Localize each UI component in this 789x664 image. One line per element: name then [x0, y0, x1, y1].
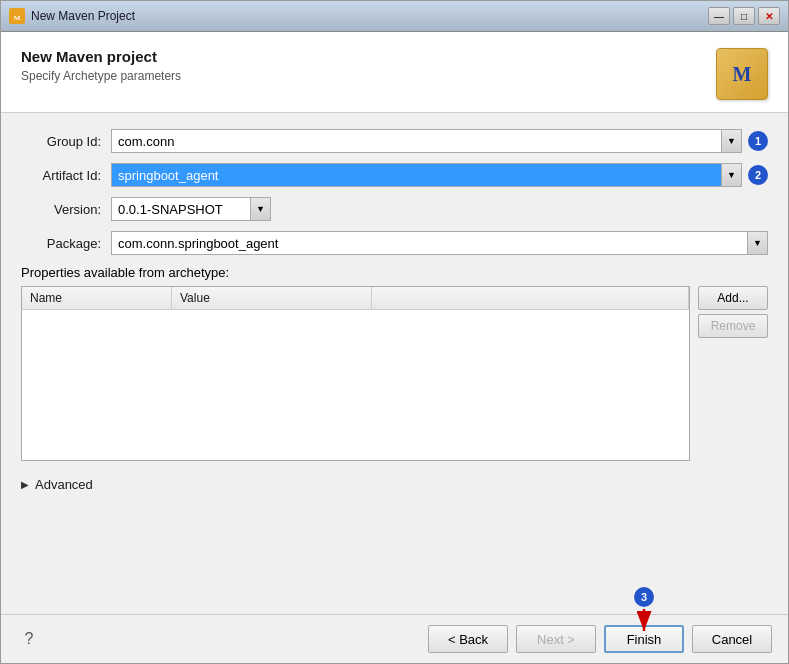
- footer-buttons: < Back Next > 3: [428, 625, 772, 653]
- group-id-dropdown-arrow[interactable]: ▼: [722, 129, 742, 153]
- package-field[interactable]: [111, 231, 748, 255]
- table-col-value: Value: [172, 287, 372, 309]
- group-id-label: Group Id:: [21, 134, 111, 149]
- maximize-button[interactable]: □: [733, 7, 755, 25]
- title-bar-left: M New Maven Project: [9, 8, 135, 24]
- package-combo: ▼: [111, 231, 768, 255]
- advanced-arrow-icon: ▶: [21, 479, 29, 490]
- properties-label: Properties available from archetype:: [21, 265, 768, 280]
- advanced-row[interactable]: ▶ Advanced: [21, 477, 768, 492]
- artifact-id-combo: ▼: [111, 163, 742, 187]
- version-label: Version:: [21, 202, 111, 217]
- footer-buttons-wrap: < Back Next > 3: [428, 625, 772, 653]
- badge-1: 1: [748, 131, 768, 151]
- advanced-label: Advanced: [35, 477, 93, 492]
- package-input-wrap: ▼: [111, 231, 768, 255]
- group-id-field[interactable]: [111, 129, 722, 153]
- window-title: New Maven Project: [31, 9, 135, 23]
- package-row: Package: ▼: [21, 231, 768, 255]
- artifact-id-input-wrap: ▼ 2: [111, 163, 768, 187]
- table-col-extra: [372, 287, 689, 309]
- page-subtitle: Specify Archetype parameters: [21, 69, 181, 83]
- package-dropdown-arrow[interactable]: ▼: [748, 231, 768, 255]
- content-area: New Maven project Specify Archetype para…: [1, 32, 788, 614]
- svg-text:M: M: [14, 14, 21, 22]
- annotation-arrow: [629, 609, 659, 639]
- properties-table-section: Name Value Add... Remove: [21, 286, 768, 471]
- table-header: Name Value: [22, 287, 689, 310]
- header-section: New Maven project Specify Archetype para…: [1, 32, 788, 113]
- page-title: New Maven project: [21, 48, 181, 65]
- artifact-id-row: Artifact Id: ▼ 2: [21, 163, 768, 187]
- group-id-input-wrap: ▼ 1: [111, 129, 768, 153]
- close-button[interactable]: ✕: [758, 7, 780, 25]
- group-id-row: Group Id: ▼ 1: [21, 129, 768, 153]
- properties-table: Name Value: [21, 286, 690, 461]
- minimize-button[interactable]: —: [708, 7, 730, 25]
- maven-icon: M: [716, 48, 768, 100]
- remove-button[interactable]: Remove: [698, 314, 768, 338]
- title-bar: M New Maven Project — □ ✕: [1, 1, 788, 32]
- form-section: Group Id: ▼ 1 Artifact Id: ▼: [1, 113, 788, 614]
- badge-3-annotation: 3: [629, 587, 659, 639]
- window-icon: M: [9, 8, 25, 24]
- artifact-id-label: Artifact Id:: [21, 168, 111, 183]
- cancel-button[interactable]: Cancel: [692, 625, 772, 653]
- group-id-combo: ▼: [111, 129, 742, 153]
- version-row: Version: ▼: [21, 197, 768, 221]
- footer-left: ?: [17, 627, 41, 651]
- artifact-id-field[interactable]: [111, 163, 722, 187]
- window-controls: — □ ✕: [708, 7, 780, 25]
- package-label: Package:: [21, 236, 111, 251]
- back-button[interactable]: < Back: [428, 625, 508, 653]
- table-col-name: Name: [22, 287, 172, 309]
- next-button[interactable]: Next >: [516, 625, 596, 653]
- header-text: New Maven project Specify Archetype para…: [21, 48, 181, 83]
- table-side-buttons: Add... Remove: [698, 286, 768, 338]
- badge-3: 3: [634, 587, 654, 607]
- main-window: M New Maven Project — □ ✕ New Maven proj…: [0, 0, 789, 664]
- version-dropdown-arrow[interactable]: ▼: [251, 197, 271, 221]
- version-field[interactable]: [111, 197, 251, 221]
- help-button[interactable]: ?: [17, 627, 41, 651]
- artifact-id-dropdown-arrow[interactable]: ▼: [722, 163, 742, 187]
- finish-button-wrap: 3 Finish: [604, 625, 684, 653]
- add-button[interactable]: Add...: [698, 286, 768, 310]
- badge-2: 2: [748, 165, 768, 185]
- table-body: [22, 310, 689, 460]
- footer: ? < Back Next > 3: [1, 614, 788, 663]
- version-wrap: ▼: [111, 197, 271, 221]
